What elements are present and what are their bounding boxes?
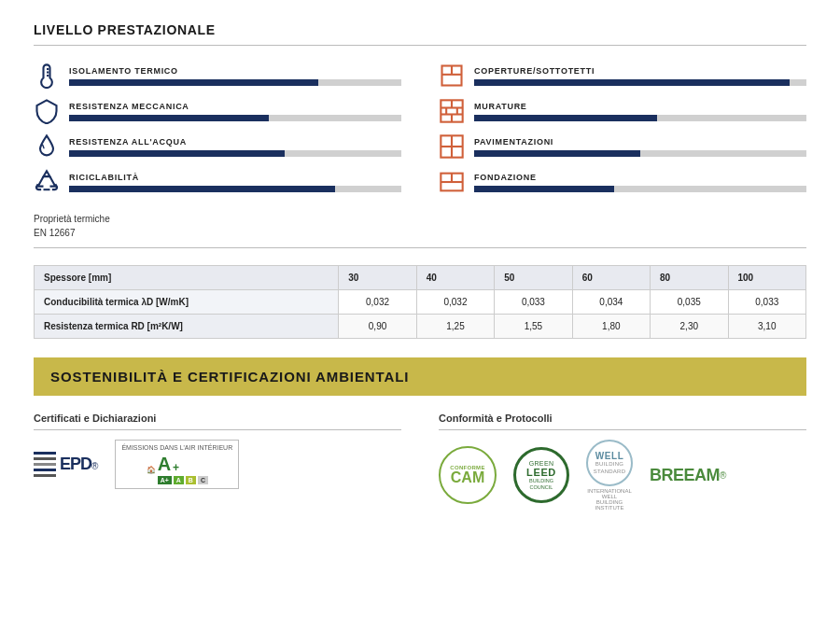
emissions-logo: ÉMISSIONS DANS L'AIR INTÉRIEUR 🏠 A+ A+ A (115, 440, 239, 489)
bar-fill-acqua (69, 150, 285, 157)
perf-row-riciclabilita: RICICLABILITÀ (34, 169, 401, 195)
wall-icon (439, 98, 465, 124)
cell-r-60: 1,80 (572, 315, 650, 339)
cert-grid: Certificati e Dichiarazioni EPD (34, 413, 806, 511)
cell-c-60: 0,034 (572, 290, 650, 315)
shield-icon (34, 98, 60, 124)
row-label-resistenza: Resistenza termica RD [m²K/W] (35, 315, 339, 339)
col-50: 50 (495, 266, 572, 290)
cert-left: Certificati e Dichiarazioni EPD (34, 413, 401, 511)
label-acqua: RESISTENZA ALL'ACQUA (69, 137, 401, 147)
bar-track-riciclabilita (69, 186, 401, 192)
top-divider (34, 45, 806, 46)
perf-right: COPERTURE/SOTTOTETTI (439, 63, 806, 195)
cell-r-30: 0,90 (339, 315, 416, 339)
label-resistenza-mecc: RESISTENZA MECCANICA (69, 102, 401, 111)
cell-c-50: 0,033 (495, 290, 572, 315)
bar-fill-pavimentazioni (474, 150, 640, 157)
col-header-label: Spessore [mm] (35, 266, 339, 290)
table-divider (34, 247, 806, 248)
cell-c-80: 0,035 (651, 290, 728, 315)
drops-icon (34, 133, 60, 160)
cell-r-40: 1,25 (416, 315, 494, 339)
performance-grid: ISOLAMENTO TERMICO RESISTENZA MECC (34, 63, 806, 195)
bar-fill-coperture (474, 79, 790, 86)
cell-c-30: 0,032 (339, 290, 416, 315)
cell-c-40: 0,032 (416, 290, 494, 315)
bar-track-isolamento (69, 79, 401, 86)
col-100: 100 (728, 266, 806, 290)
label-pavimentazioni: PAVIMENTAZIONI (474, 137, 806, 147)
recycle-icon (34, 169, 60, 195)
bar-fill-murature (474, 115, 657, 121)
col-30: 30 (339, 266, 416, 290)
bar-fill-resistenza (69, 115, 269, 121)
bar-fill-isolamento (69, 79, 318, 86)
cell-r-80: 2,30 (651, 315, 728, 339)
epd-text: EPD (60, 455, 91, 474)
floor-icon (439, 133, 465, 160)
cell-c-100: 0,033 (728, 290, 806, 315)
cert-right-label: Conformità e Protocolli (439, 413, 806, 424)
well-logo: WELL BUILDINGSTANDARD INTERNATIONALWELLB… (586, 440, 633, 511)
epd-logo: EPD® (34, 452, 98, 477)
sustainability-banner: SOSTENIBILITÀ E CERTIFICAZIONI AMBIENTAL… (34, 357, 806, 396)
roof-icon (439, 63, 465, 89)
label-murature: MURATURE (474, 102, 806, 111)
cert-right: Conformità e Protocolli CONFORME CAM GRE… (439, 413, 806, 511)
section-performance: LIVELLO PRESTAZIONALE (34, 22, 806, 339)
table-row-conducibilita: Conducibilità termica λD [W/mK] 0,032 0,… (35, 290, 806, 315)
perf-row-fondazione: FONDAZIONE (439, 169, 806, 195)
label-fondazione: FONDAZIONE (474, 173, 806, 182)
bar-fill-fondazione (474, 186, 614, 192)
perf-row-acqua: RESISTENZA ALL'ACQUA (34, 133, 401, 160)
col-80: 80 (651, 266, 728, 290)
col-60: 60 (572, 266, 650, 290)
bar-track-acqua (69, 150, 401, 157)
col-40: 40 (416, 266, 494, 290)
sustainability-title: SOSTENIBILITÀ E CERTIFICAZIONI AMBIENTAL… (50, 369, 409, 385)
label-coperture: COPERTURE/SOTTOTETTI (474, 66, 806, 76)
cert-left-logos: EPD® ÉMISSIONS DANS L'AIR INTÉRIEUR 🏠 A+ (34, 440, 401, 489)
cam-logo: CONFORME CAM (439, 446, 497, 504)
cert-right-divider (439, 429, 806, 430)
breeam-logo: BREEAM® (650, 466, 726, 485)
bar-track-fondazione (474, 186, 806, 192)
thermal-table: Spessore [mm] 30 40 50 60 80 100 Conduci… (34, 265, 806, 339)
perf-row-isolamento: ISOLAMENTO TERMICO (34, 63, 401, 89)
perf-row-resistenza: RESISTENZA MECCANICA (34, 98, 401, 124)
perf-row-pavimentazioni: PAVIMENTAZIONI (439, 133, 806, 160)
bar-track-resistenza (69, 115, 401, 121)
perf-row-murature: MURATURE (439, 98, 806, 124)
cell-r-100: 3,10 (728, 315, 806, 339)
row-label-conducibilita: Conducibilità termica λD [W/mK] (35, 290, 339, 315)
leed-logo: GREEN LEED BUILDINGCOUNCIL (513, 447, 569, 503)
page-title: LIVELLO PRESTAZIONALE (34, 22, 806, 37)
label-isolamento: ISOLAMENTO TERMICO (69, 66, 401, 76)
perf-row-coperture: COPERTURE/SOTTOTETTI (439, 63, 806, 89)
cell-r-50: 1,55 (495, 315, 572, 339)
cert-left-divider (34, 429, 401, 430)
page-container: LIVELLO PRESTAZIONALE (0, 0, 840, 533)
bar-track-murature (474, 115, 806, 121)
cert-left-label: Certificati e Dichiarazioni (34, 413, 401, 424)
foundation-icon (439, 169, 465, 195)
thermometer-icon (34, 63, 60, 89)
thermal-note: Proprietà termiche EN 12667 (34, 212, 806, 240)
bar-track-coperture (474, 79, 806, 86)
section-sustainability: SOSTENIBILITÀ E CERTIFICAZIONI AMBIENTAL… (34, 357, 806, 511)
cam-text: CAM (451, 470, 484, 485)
bar-track-pavimentazioni (474, 150, 806, 157)
label-riciclabilita: RICICLABILITÀ (69, 173, 401, 182)
table-row-resistenza: Resistenza termica RD [m²K/W] 0,90 1,25 … (35, 315, 806, 339)
perf-left: ISOLAMENTO TERMICO RESISTENZA MECC (34, 63, 401, 195)
cert-right-logos: CONFORME CAM GREEN LEED BUILDINGCOUNCIL … (439, 440, 806, 511)
bar-fill-riciclabilita (69, 186, 335, 192)
